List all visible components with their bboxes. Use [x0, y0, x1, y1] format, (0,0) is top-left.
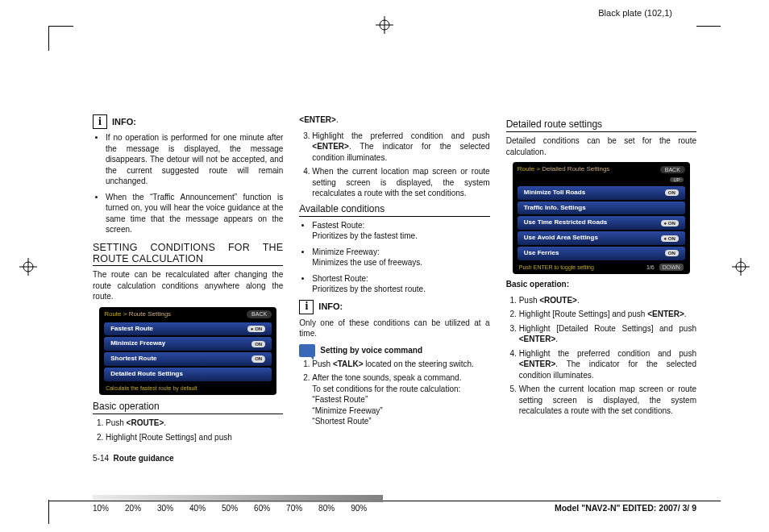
column-1: i INFO: If no operation is performed for…	[93, 114, 283, 477]
density-gradient-icon	[93, 495, 383, 502]
crop-mark-tl	[48, 26, 73, 51]
voice-steps: Push <TALK> located on the steering swit…	[299, 359, 489, 427]
list-item: Shortest Route:Prioritizes by the shorte…	[312, 273, 489, 295]
nav-setting-row: Detailed Route Settings	[104, 368, 272, 381]
registration-mark-icon	[376, 16, 393, 34]
density-bar: 10%20%30%40%50%60%70%80%90%	[93, 495, 383, 513]
nav-footer-hint: Calculate the fastest route by default	[106, 384, 197, 392]
nav-setting-row: Use FerriesON	[518, 247, 685, 260]
info-heading: i INFO:	[299, 300, 489, 314]
list-item: Highlight [Route Settings] and push <ENT…	[519, 309, 696, 320]
nav-footer-hint: Push ENTER to toggle setting	[519, 264, 594, 271]
list-item: When the “Traffic Announcement” function…	[106, 192, 283, 235]
info-bullets: If no operation is performed for one min…	[93, 132, 283, 235]
info-icon: i	[93, 114, 107, 129]
nav-screenshot-route-settings: Route > Route Settings BACK Fastest Rout…	[99, 307, 276, 395]
info-text: Only one of these conditions can be util…	[299, 318, 489, 339]
voice-command-heading: Setting by voice command	[299, 344, 489, 357]
detailed-route-head: Detailed route settings	[506, 118, 696, 132]
page-number-block: 5-14 Route guidance	[93, 454, 174, 463]
list-item: Highlight [Detailed Route Settings] and …	[519, 323, 696, 345]
page: Black plate (102,1) i INFO: If no operat…	[0, 0, 769, 532]
nav-setting-row: Minimize Toll RoadsON	[518, 186, 685, 200]
basic-operation-label: Basic operation:	[506, 279, 696, 290]
list-item: Push <ROUTE>.	[106, 418, 283, 429]
density-labels: 10%20%30%40%50%60%70%80%90%	[93, 504, 383, 513]
list-item: When the current location map screen or …	[312, 166, 489, 199]
model-footer: Model "NAV2-N" EDITED: 2007/ 3/ 9	[555, 503, 696, 513]
list-item: Fastest Route:Prioritizes by the fastest…	[312, 220, 489, 242]
content-columns: i INFO: If no operation is performed for…	[93, 114, 696, 477]
nav-up-button: UP	[670, 177, 683, 182]
column-3: Detailed route settings Detailed conditi…	[506, 114, 696, 477]
column-2: <ENTER>. Highlight the preferred conditi…	[299, 114, 489, 477]
enter-key-line: <ENTER>.	[299, 114, 489, 126]
crop-mark-bl	[48, 500, 73, 524]
nav-screenshot-detailed-settings: Route > Detailed Route Settings BACK UP …	[513, 162, 690, 274]
nav-setting-row: Shortest RouteON	[104, 352, 272, 366]
nav-down-button: DOWN	[659, 264, 684, 271]
nav-breadcrumb: Route > Route Settings	[104, 310, 171, 319]
crop-mark-tr	[696, 26, 721, 51]
info-icon: i	[299, 300, 314, 314]
registration-mark-icon	[19, 258, 37, 276]
available-conditions-list: Fastest Route:Prioritizes by the fastest…	[299, 220, 489, 295]
voice-label: Setting by voice command	[320, 345, 422, 356]
basic-operation-steps: Push <ROUTE>. Highlight [Route Settings]…	[93, 418, 283, 443]
nav-setting-row: Fastest Route● ON	[104, 322, 272, 336]
list-item: Push <TALK> located on the steering swit…	[312, 359, 489, 370]
registration-mark-icon	[732, 258, 750, 276]
nav-back-button: BACK	[247, 310, 272, 318]
detailed-basic-steps: Push <ROUTE>. Highlight [Route Settings]…	[506, 295, 696, 417]
list-item: When the current location map screen or …	[519, 384, 696, 417]
nav-back-button: BACK	[660, 166, 685, 173]
list-item: Push <ROUTE>.	[519, 295, 696, 306]
section-heading: SETTING CONDITIONS FOR THE ROUTE CALCULA…	[93, 242, 283, 267]
info-label: INFO:	[112, 116, 136, 128]
list-item: Highlight the preferred condition and pu…	[312, 131, 489, 164]
nav-setting-row: Use Time Restricted Roads● ON	[518, 216, 685, 230]
list-item: Minimize Freeway:Minimizes the use of fr…	[312, 247, 489, 268]
basic-operation-head: Basic operation	[93, 400, 283, 414]
list-item: Highlight the preferred condition and pu…	[519, 348, 696, 381]
list-item: After the tone sounds, speak a command. …	[312, 372, 489, 427]
nav-setting-row: Minimize FreewayON	[104, 337, 272, 351]
detailed-route-intro: Detailed conditions can be set for the r…	[506, 135, 696, 157]
continued-steps: Highlight the preferred condition and pu…	[299, 131, 489, 199]
nav-breadcrumb: Route > Detailed Route Settings	[518, 165, 610, 174]
nav-pager: 1/6	[646, 264, 655, 271]
list-item: Highlight [Route Settings] and push	[106, 432, 283, 443]
nav-setting-row: Traffic Info. Settings	[518, 202, 685, 215]
section-intro: The route can be recalculated after chan…	[93, 269, 283, 302]
voice-bubble-icon	[299, 344, 315, 357]
info-heading: i INFO:	[93, 114, 283, 129]
nav-setting-row: Use Avoid Area Settings● ON	[518, 231, 685, 245]
black-plate-label: Black plate (102,1)	[598, 8, 672, 18]
info-label: INFO:	[318, 301, 343, 313]
available-conditions-head: Available conditions	[299, 202, 489, 217]
list-item: If no operation is performed for one min…	[106, 132, 283, 187]
